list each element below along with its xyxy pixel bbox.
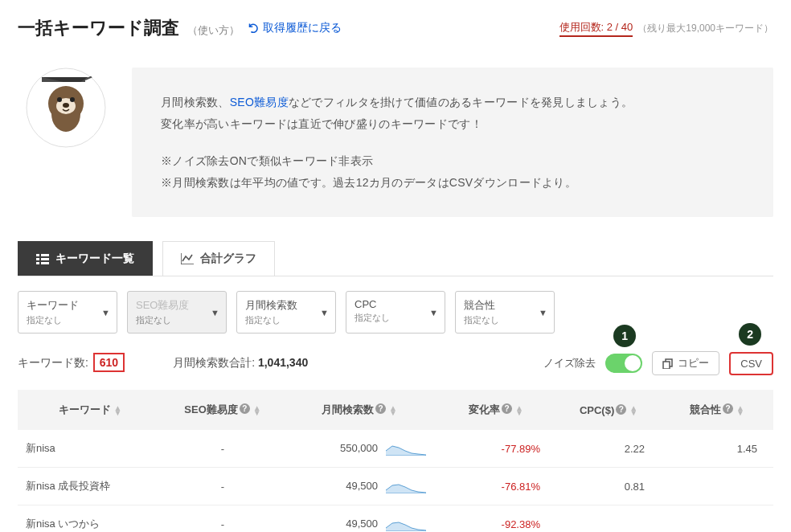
results-table: キーワード▲▼ SEO難易度?▲▼ 月間検索数?▲▼ 変化率?▲▼ CPC($)… [18, 390, 773, 532]
table-row: 新nisa 成長投資枠 - 49,500 -76.81% 0.81 [18, 468, 773, 505]
sparkline-icon [386, 481, 426, 493]
history-back-link[interactable]: 取得履歴に戻る [248, 21, 342, 35]
filter-cpc[interactable]: CPC 指定なし ▼ [346, 291, 445, 334]
annotation-marker-2: 2 [739, 323, 761, 346]
svg-rect-13 [41, 258, 49, 260]
sparkline-icon [386, 443, 426, 456]
table-row: 新nisa いつから - 49,500 -92.38% [18, 505, 773, 532]
otter-icon [26, 68, 106, 148]
undo-icon [248, 22, 260, 34]
svg-rect-12 [36, 258, 39, 260]
volume-total: 月間検索数合計: 1,041,340 [173, 356, 308, 370]
th-cpc[interactable]: CPC($)?▲▼ [556, 390, 661, 430]
copy-button[interactable]: コピー [652, 351, 719, 375]
history-back-label: 取得履歴に戻る [263, 21, 342, 35]
list-icon [36, 253, 49, 264]
th-keyword[interactable]: キーワード▲▼ [18, 390, 162, 430]
help-icon[interactable]: ? [375, 403, 386, 414]
title-left: 一括キーワード調査 （使い方） 取得履歴に戻る [18, 16, 342, 40]
seo-difficulty-link[interactable]: SEO難易度 [230, 96, 289, 108]
filter-volume[interactable]: 月間検索数 指定なし ▼ [236, 291, 336, 334]
usage-count: 使用回数: 2 / 40 [559, 20, 633, 37]
tabs: キーワード一覧 合計グラフ [18, 241, 773, 276]
filter-seo-difficulty[interactable]: SEO難易度 指定なし ▼ [127, 291, 227, 334]
filter-keyword[interactable]: キーワード 指定なし ▼ [18, 291, 117, 334]
annotation-marker-1: 1 [613, 325, 636, 347]
keyword-count: キーワード数: 610 [18, 356, 125, 370]
filter-competition[interactable]: 競合性 指定なし ▼ [455, 291, 555, 334]
svg-rect-14 [36, 262, 39, 264]
sparkline-icon [386, 518, 426, 531]
help-icon[interactable]: ? [723, 403, 733, 414]
tab-graph-label: 合計グラフ [200, 252, 256, 266]
chevron-down-icon: ▼ [211, 308, 219, 317]
svg-rect-11 [41, 254, 49, 256]
chevron-down-icon: ▼ [429, 308, 438, 317]
svg-point-9 [63, 103, 69, 108]
th-difficulty[interactable]: SEO難易度?▲▼ [162, 390, 283, 430]
tab-list-label: キーワード一覧 [55, 252, 134, 266]
csv-label: CSV [740, 358, 762, 370]
csv-button[interactable]: CSV [729, 352, 773, 375]
help-icon[interactable]: ? [502, 403, 512, 414]
th-volume[interactable]: 月間検索数?▲▼ [283, 390, 436, 430]
mascot-avatar [18, 68, 114, 150]
chart-icon [181, 253, 194, 264]
help-icon[interactable]: ? [240, 403, 250, 414]
noise-filter-label: ノイズ除去 [543, 356, 596, 370]
svg-rect-15 [41, 262, 49, 264]
chevron-down-icon: ▼ [320, 308, 329, 317]
filter-row: キーワード 指定なし ▼ SEO難易度 指定なし ▼ 月間検索数 指定なし ▼ … [18, 291, 773, 334]
tab-graph[interactable]: 合計グラフ [162, 241, 275, 276]
info-box: 月間検索数、SEO難易度などでフィルタを掛けて価値のあるキーワードを発見しましょ… [18, 68, 773, 217]
chevron-down-icon: ▼ [539, 308, 547, 317]
svg-point-8 [70, 97, 75, 102]
usage-remaining: （残り最大19,000キーワード） [637, 22, 773, 35]
help-icon[interactable]: ? [616, 404, 626, 415]
th-competition[interactable]: 競合性?▲▼ [661, 390, 773, 430]
tab-keyword-list[interactable]: キーワード一覧 [18, 241, 153, 276]
page-title: 一括キーワード調査 [18, 16, 179, 40]
info-bubble: 月間検索数、SEO難易度などでフィルタを掛けて価値のあるキーワードを発見しましょ… [132, 68, 773, 217]
chevron-down-icon: ▼ [101, 308, 110, 317]
th-change[interactable]: 変化率?▲▼ [436, 390, 556, 430]
header-row: 一括キーワード調査 （使い方） 取得履歴に戻る 使用回数: 2 / 40 （残り… [18, 16, 773, 40]
svg-point-7 [57, 97, 62, 102]
svg-rect-10 [36, 254, 39, 256]
usage-info: 使用回数: 2 / 40 （残り最大19,000キーワード） [559, 20, 773, 37]
howto-link[interactable]: （使い方） [187, 23, 240, 38]
copy-label: コピー [678, 356, 709, 370]
toolbar: ノイズ除去 1 コピー 2 CSV [543, 351, 773, 375]
copy-icon [662, 358, 673, 369]
table-row: 新nisa - 550,000 -77.89% 2.22 1.45 [18, 430, 773, 468]
svg-rect-17 [663, 362, 670, 369]
stats-row: キーワード数: 610 月間検索数合計: 1,041,340 ノイズ除去 1 コ… [18, 351, 773, 375]
noise-filter-toggle[interactable] [605, 354, 642, 373]
